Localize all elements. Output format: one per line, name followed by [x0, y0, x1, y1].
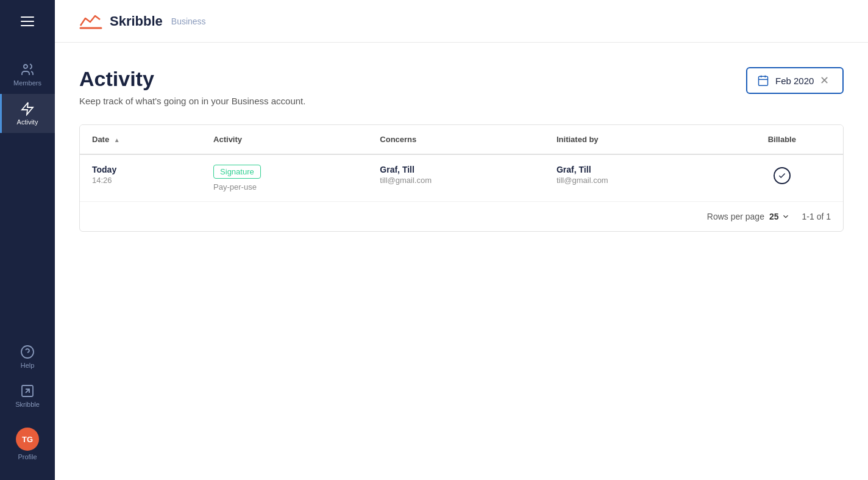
- sort-arrow-date: ▲: [114, 137, 120, 143]
- logo-icon: [79, 12, 104, 30]
- rows-per-page-control: Rows per page 25: [707, 212, 790, 221]
- activity-icon: [20, 101, 35, 116]
- pagination-info: 1-1 of 1: [802, 212, 831, 221]
- rows-per-page-select[interactable]: 25: [769, 212, 790, 221]
- billable-check: [733, 165, 831, 184]
- svg-rect-6: [759, 76, 768, 85]
- table-row: Today 14:26 Signature Pay-per-use Graf, …: [80, 154, 843, 201]
- page-subtitle: Keep track of what's going on in your Bu…: [79, 96, 305, 106]
- date-filter-label: Feb 2020: [775, 76, 814, 86]
- members-icon: [20, 62, 35, 77]
- table-footer: Rows per page 25 1-1 of 1: [80, 201, 843, 231]
- sidebar-item-members-label: Members: [13, 79, 41, 87]
- column-billable: Billable: [721, 125, 843, 154]
- menu-button[interactable]: [0, 0, 55, 43]
- concern-name: Graf, Till: [380, 165, 532, 174]
- main-content: Skribble Business Activity Keep track of…: [55, 0, 868, 480]
- date-secondary: 14:26: [92, 176, 189, 185]
- svg-line-4: [26, 389, 29, 393]
- sidebar-bottom: Help Skribble TG Profile: [0, 337, 55, 480]
- sidebar-item-help-label: Help: [21, 362, 35, 369]
- avatar: TG: [16, 428, 39, 451]
- rows-per-page-value: 25: [769, 212, 779, 221]
- rows-per-page-label: Rows per page: [707, 212, 764, 221]
- sidebar-item-activity-label: Activity: [17, 118, 38, 126]
- activity-table: Date ▲ Activity Concerns Initiated by: [80, 125, 843, 201]
- column-date[interactable]: Date ▲: [80, 125, 201, 154]
- page-title-section: Activity Keep track of what's going on i…: [79, 67, 305, 106]
- concern-email: till@gmail.com: [380, 176, 532, 185]
- cell-date: Today 14:26: [80, 154, 201, 201]
- activity-badge: Signature: [213, 165, 261, 179]
- header: Skribble Business: [55, 0, 868, 43]
- table-header: Date ▲ Activity Concerns Initiated by: [80, 125, 843, 154]
- sidebar-item-activity[interactable]: Activity: [0, 94, 55, 133]
- page-title: Activity: [79, 67, 305, 91]
- profile-label: Profile: [18, 453, 37, 460]
- activity-sub: Pay-per-use: [213, 182, 355, 192]
- svg-point-0: [24, 65, 27, 68]
- column-initiated-by: Initiated by: [544, 125, 721, 154]
- check-circle-icon: [774, 167, 791, 184]
- sidebar-item-skribble-label: Skribble: [15, 401, 40, 408]
- activity-table-container: Date ▲ Activity Concerns Initiated by: [79, 124, 844, 232]
- sidebar-item-members[interactable]: Members: [0, 55, 55, 94]
- calendar-icon: [757, 74, 769, 87]
- page-header: Activity Keep track of what's going on i…: [79, 67, 844, 106]
- chevron-down-icon: [781, 212, 790, 221]
- cell-activity: Signature Pay-per-use: [201, 154, 368, 201]
- active-indicator: [0, 94, 2, 133]
- page-content: Activity Keep track of what's going on i…: [55, 43, 868, 256]
- date-primary: Today: [92, 165, 189, 174]
- cell-billable: [721, 154, 843, 201]
- hamburger-icon: [21, 16, 34, 26]
- table-body: Today 14:26 Signature Pay-per-use Graf, …: [80, 154, 843, 201]
- cell-concerns: Graf, Till till@gmail.com: [368, 154, 544, 201]
- sidebar: Members Activity Help: [0, 0, 55, 480]
- sidebar-nav: Members Activity: [0, 43, 55, 337]
- app-name: Skribble: [110, 13, 163, 29]
- logo: Skribble Business: [79, 12, 206, 30]
- app-type: Business: [171, 16, 206, 26]
- svg-point-1: [21, 346, 34, 358]
- column-activity: Activity: [201, 125, 368, 154]
- skribble-icon: [20, 384, 35, 398]
- sidebar-item-skribble[interactable]: Skribble: [0, 376, 55, 415]
- initiated-email: till@gmail.com: [557, 176, 709, 185]
- date-filter-close-button[interactable]: ✕: [820, 75, 829, 86]
- sidebar-item-help[interactable]: Help: [0, 337, 55, 376]
- sidebar-item-profile[interactable]: TG Profile: [0, 420, 55, 468]
- cell-initiated-by: Graf, Till till@gmail.com: [544, 154, 721, 201]
- column-concerns: Concerns: [368, 125, 544, 154]
- date-filter-button[interactable]: Feb 2020 ✕: [746, 67, 844, 94]
- help-icon: [20, 345, 35, 359]
- initiated-name: Graf, Till: [557, 165, 709, 174]
